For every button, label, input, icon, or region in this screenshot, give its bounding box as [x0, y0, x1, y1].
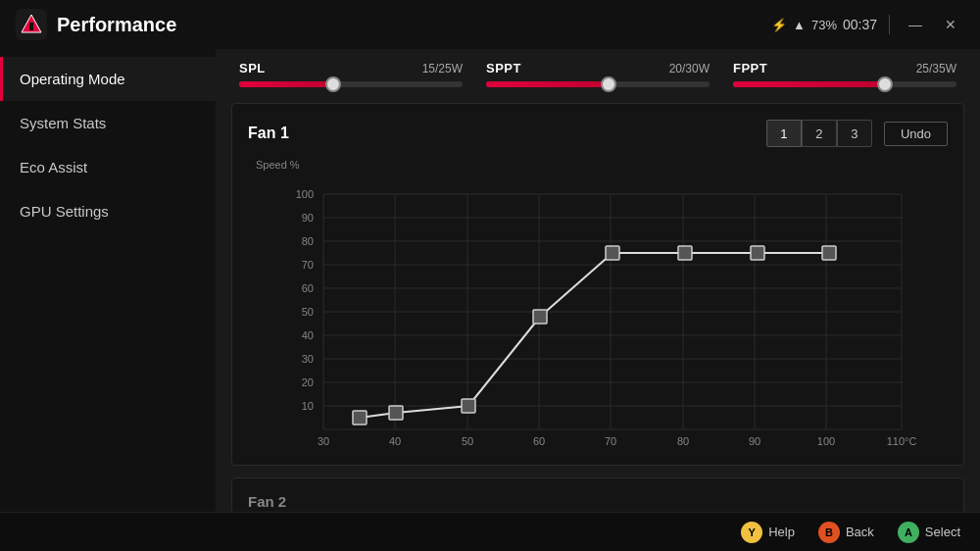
fppt-value: 25/35W — [916, 62, 956, 75]
fan1-header: Fan 1 1 2 3 Undo — [248, 120, 948, 147]
fan1-tabs: 1 2 3 — [766, 120, 872, 147]
fppt-thumb[interactable] — [877, 76, 893, 92]
b-button-icon: B — [818, 522, 840, 543]
fan1-chart: 100 90 80 70 60 50 40 30 20 10 30 40 50 … — [256, 175, 940, 449]
svg-text:60: 60 — [302, 282, 314, 294]
sidebar-item-system-stats[interactable]: System Stats — [0, 101, 216, 145]
spl-thumb[interactable] — [325, 76, 341, 92]
fan2-title: Fan 2 — [248, 493, 286, 510]
sliders-section: SPL 15/25W SPPT 20/30W — [216, 49, 980, 103]
select-button[interactable]: A Select — [898, 522, 960, 543]
status-icons: ⚡ ▲ 73% 00:37 — [771, 17, 877, 32]
a-button-icon: A — [898, 522, 919, 543]
chart-point-4[interactable] — [533, 310, 547, 324]
fppt-slider-group: FPPT 25/35W — [733, 61, 956, 87]
fan1-chart-container: Speed % — [248, 159, 948, 449]
back-button[interactable]: B Back — [818, 522, 874, 543]
sidebar-item-operating-mode[interactable]: Operating Mode — [0, 57, 216, 101]
sppt-value: 20/30W — [669, 62, 710, 75]
svg-text:10: 10 — [302, 400, 314, 412]
speed-label: Speed % — [256, 159, 940, 171]
sidebar-label-operating-mode: Operating Mode — [20, 71, 125, 87]
svg-text:100: 100 — [296, 188, 314, 200]
app-title: Performance — [57, 14, 176, 36]
content-area: SPL 15/25W SPPT 20/30W — [216, 49, 980, 512]
fan1-tab-3[interactable]: 3 — [837, 120, 872, 147]
titlebar: Performance ⚡ ▲ 73% 00:37 — ✕ — [0, 0, 980, 49]
minimize-button[interactable]: — — [902, 11, 929, 38]
sidebar-item-eco-assist[interactable]: Eco Assist — [0, 145, 216, 189]
spl-value: 15/25W — [422, 62, 463, 75]
fan2-section: Fan 2 — [231, 477, 964, 512]
sidebar-label-eco-assist: Eco Assist — [20, 159, 87, 175]
main-layout: Operating Mode System Stats Eco Assist G… — [0, 49, 980, 512]
sppt-slider-group: SPPT 20/30W — [486, 61, 710, 87]
titlebar-left: Performance — [16, 9, 176, 40]
wifi-icon: ▲ — [793, 18, 806, 32]
svg-text:60: 60 — [533, 435, 545, 447]
sppt-thumb[interactable] — [601, 76, 616, 92]
sidebar: Operating Mode System Stats Eco Assist G… — [0, 49, 216, 512]
chart-point-6[interactable] — [678, 246, 692, 260]
back-label: Back — [846, 525, 874, 539]
sidebar-label-gpu-settings: GPU Settings — [20, 203, 109, 220]
svg-text:40: 40 — [389, 435, 401, 447]
help-label: Help — [768, 525, 795, 539]
titlebar-right: ⚡ ▲ 73% 00:37 — ✕ — [771, 11, 964, 38]
fan1-title: Fan 1 — [248, 125, 289, 142]
close-button[interactable]: ✕ — [937, 11, 964, 38]
sidebar-label-system-stats: System Stats — [20, 115, 106, 131]
titlebar-divider — [889, 15, 890, 34]
fppt-label: FPPT — [733, 61, 767, 75]
bluetooth-icon: ⚡ — [771, 18, 787, 32]
svg-text:110°C: 110°C — [887, 435, 917, 447]
svg-text:30: 30 — [318, 435, 329, 447]
fan1-undo-button[interactable]: Undo — [884, 122, 948, 146]
spl-track[interactable] — [239, 81, 463, 87]
fan1-section: Fan 1 1 2 3 Undo Speed % — [231, 103, 964, 466]
svg-text:50: 50 — [302, 306, 314, 318]
svg-text:90: 90 — [749, 435, 760, 447]
svg-rect-1 — [29, 23, 33, 30]
svg-text:70: 70 — [302, 259, 314, 271]
svg-text:50: 50 — [462, 435, 473, 447]
chart-point-2[interactable] — [389, 406, 403, 420]
sidebar-item-gpu-settings[interactable]: GPU Settings — [0, 189, 216, 233]
svg-text:80: 80 — [677, 435, 689, 447]
chart-point-3[interactable] — [462, 399, 475, 413]
svg-text:100: 100 — [817, 435, 835, 447]
fan1-tab-2[interactable]: 2 — [802, 120, 837, 147]
chart-point-7[interactable] — [751, 246, 764, 260]
svg-text:20: 20 — [302, 376, 314, 388]
clock: 00:37 — [843, 17, 877, 32]
fppt-track[interactable] — [733, 81, 956, 87]
svg-text:40: 40 — [302, 329, 314, 341]
chart-point-8[interactable] — [822, 246, 836, 260]
spl-label: SPL — [239, 61, 266, 75]
sppt-label: SPPT — [486, 61, 521, 75]
svg-text:90: 90 — [302, 212, 314, 224]
bottom-bar: Y Help B Back A Select — [0, 512, 980, 551]
svg-text:30: 30 — [302, 353, 314, 365]
spl-fill — [239, 81, 333, 87]
battery-indicator: 73% — [811, 18, 837, 32]
chart-point-1[interactable] — [353, 411, 367, 425]
svg-text:80: 80 — [302, 235, 314, 247]
select-label: Select — [925, 525, 960, 539]
fppt-fill — [733, 81, 885, 87]
app-icon — [16, 9, 47, 40]
svg-text:70: 70 — [605, 435, 616, 447]
y-button-icon: Y — [741, 522, 762, 543]
sppt-fill — [486, 81, 609, 87]
spl-slider-group: SPL 15/25W — [239, 61, 463, 87]
chart-point-5[interactable] — [606, 246, 619, 260]
sppt-track[interactable] — [486, 81, 710, 87]
help-button[interactable]: Y Help — [741, 522, 795, 543]
fan1-tab-1[interactable]: 1 — [766, 120, 802, 147]
